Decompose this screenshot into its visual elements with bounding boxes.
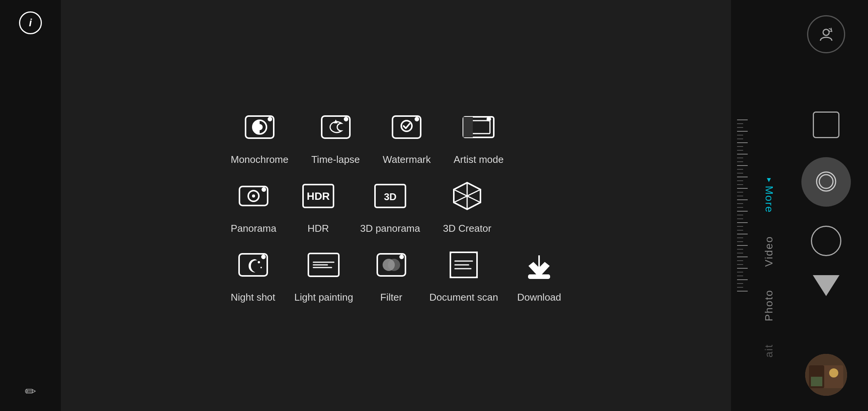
ruler-tick <box>737 230 743 231</box>
ruler-tick <box>737 188 748 189</box>
mode-monochrome[interactable]: Monochrome <box>231 108 289 166</box>
ruler-tick <box>737 260 743 261</box>
recent-apps-button[interactable] <box>813 112 839 138</box>
svg-point-39 <box>400 255 404 259</box>
svg-point-30 <box>260 267 262 268</box>
nav-portrait[interactable]: ait <box>763 333 775 369</box>
info-icon[interactable]: i <box>19 11 42 34</box>
svg-rect-45 <box>529 275 549 278</box>
svg-text:HDR: HDR <box>307 190 330 202</box>
side-nav: More ▲ Video Photo ait <box>754 0 784 411</box>
ruler-tick <box>737 256 748 257</box>
mode-document-scan[interactable]: Document scan <box>429 246 498 303</box>
ruler-tick <box>737 234 748 234</box>
ruler-tick <box>737 245 748 246</box>
ruler-tick <box>737 196 743 196</box>
ruler-tick <box>737 139 743 139</box>
svg-point-31 <box>262 255 265 259</box>
ruler-tick <box>737 119 748 120</box>
ruler-tick <box>737 192 743 193</box>
ruler-tick <box>737 211 748 212</box>
mode-filter[interactable]: Filter <box>372 246 410 303</box>
ruler-tick <box>737 272 743 272</box>
modes-grid: Monochrome Time-lapse <box>231 108 561 303</box>
main-content: Monochrome Time-lapse <box>61 0 731 411</box>
svg-point-38 <box>388 259 400 271</box>
ruler-tick <box>737 180 743 181</box>
ruler-tick <box>737 291 748 292</box>
top-controls <box>807 15 845 53</box>
ruler-tick <box>737 169 743 170</box>
ruler-tick <box>737 222 748 223</box>
mode-artist-mode[interactable]: Artist mode <box>454 108 504 166</box>
svg-point-46 <box>823 29 829 35</box>
right-panel <box>784 0 868 411</box>
ruler-tick <box>737 268 748 269</box>
edit-icon[interactable]: ✏ <box>25 384 36 400</box>
nav-video[interactable]: Video <box>763 225 775 278</box>
ruler-tick <box>737 177 748 177</box>
svg-line-23 <box>467 190 480 196</box>
ruler-tick <box>737 283 743 284</box>
svg-point-16 <box>262 188 266 191</box>
svg-point-8 <box>415 117 419 121</box>
shutter-button[interactable] <box>801 157 851 207</box>
ruler-tick <box>737 226 743 227</box>
left-panel: i ✏ <box>0 0 61 411</box>
ruler-tick <box>737 276 743 276</box>
nav-photo[interactable]: Photo <box>763 278 775 333</box>
svg-rect-53 <box>811 377 822 386</box>
ruler-tick <box>737 241 743 242</box>
svg-point-15 <box>252 194 255 198</box>
ruler-tick <box>737 218 743 219</box>
home-button[interactable] <box>811 226 841 256</box>
svg-point-52 <box>829 368 838 378</box>
ruler-tick <box>737 287 743 288</box>
ruler-tick <box>737 158 743 158</box>
ruler-tick <box>737 165 748 166</box>
ruler-ticks <box>737 0 748 411</box>
ruler-tick <box>737 215 743 215</box>
ruler-tick <box>737 203 743 204</box>
svg-point-5 <box>344 117 348 121</box>
ruler-tick <box>737 150 743 151</box>
svg-text:3D: 3D <box>384 191 396 202</box>
gallery-thumbnail[interactable] <box>805 354 847 396</box>
ruler-tick <box>737 207 743 208</box>
ruler-tick <box>737 253 743 253</box>
mode-3d-panorama[interactable]: 3D 3D panorama <box>360 177 420 234</box>
svg-rect-11 <box>463 117 473 137</box>
nav-more[interactable]: More ▲ <box>763 164 775 225</box>
svg-point-12 <box>487 117 491 121</box>
ruler-tick <box>737 131 748 132</box>
mode-night-shot[interactable]: Night shot <box>231 246 275 303</box>
ruler-tick <box>737 161 743 162</box>
ruler-tick <box>737 184 743 185</box>
svg-point-3 <box>268 117 272 121</box>
ruler-tick <box>737 173 743 174</box>
mode-hdr[interactable]: HDR HDR <box>299 177 337 234</box>
ruler-tick <box>737 142 748 143</box>
mode-3d-creator[interactable]: 3D Creator <box>443 177 491 234</box>
front-camera-button[interactable] <box>807 15 845 53</box>
ruler-tick <box>737 264 743 265</box>
svg-line-26 <box>467 196 480 202</box>
mode-light-painting[interactable]: Light painting <box>294 246 353 303</box>
ruler-tick <box>737 249 743 250</box>
back-button[interactable] <box>813 275 839 296</box>
mode-panorama[interactable]: Panorama <box>231 177 276 234</box>
ruler-tick <box>737 146 743 147</box>
mode-timelapse[interactable]: Time-lapse <box>311 108 360 166</box>
svg-line-24 <box>454 190 467 196</box>
ruler-panel <box>731 0 754 411</box>
svg-line-27 <box>454 196 467 202</box>
mode-download[interactable]: Download <box>517 246 561 303</box>
ruler-tick <box>737 199 748 200</box>
ruler-tick <box>737 123 743 124</box>
mode-watermark[interactable]: Watermark <box>383 108 431 166</box>
ruler-tick <box>737 135 743 135</box>
ruler-tick <box>737 279 748 280</box>
svg-marker-44 <box>530 255 549 276</box>
ruler-tick <box>737 237 743 238</box>
ruler-tick <box>737 154 748 155</box>
